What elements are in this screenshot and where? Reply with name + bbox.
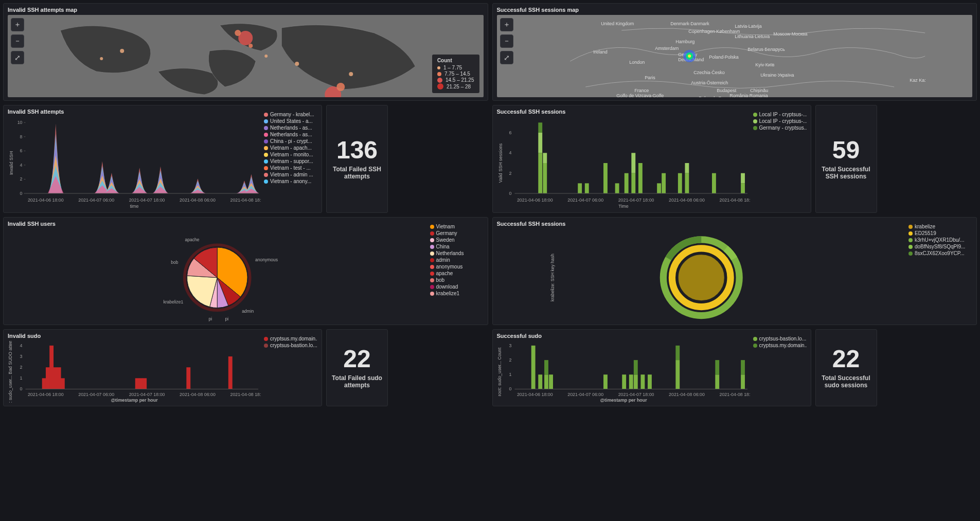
svg-text:0: 0 (509, 191, 511, 196)
svg-text:1: 1 (20, 375, 23, 381)
svg-rect-90 (741, 173, 745, 184)
svg-text:2021-04-08 06:00: 2021-04-08 06:00 (669, 392, 705, 397)
svg-text:Belarus·Беларусь: Belarus·Беларусь (747, 47, 785, 52)
map-canvas[interactable]: ＋ － ⤢ Count 1 – 7.75 7.75 – 14.5 14.5 – … (8, 15, 484, 97)
svg-text:Lithuania·Lietuva: Lithuania·Lietuva (735, 34, 770, 39)
legend-item[interactable]: Local IP - cryptsus-... (753, 112, 807, 117)
svg-text:4: 4 (509, 150, 511, 155)
svg-rect-124 (142, 378, 147, 389)
legend[interactable]: cryptsus.my.domain...cryptsus-bastion.lo… (261, 333, 317, 403)
legend-item[interactable]: Vietnam - suppor... (264, 158, 317, 164)
legend-item[interactable]: Vietnam - monito... (264, 152, 317, 157)
svg-text:2021-04-08 06:00: 2021-04-08 06:00 (669, 197, 705, 203)
legend-item[interactable]: cryptsus-bastion.lo... (264, 343, 317, 348)
zoom-out-button[interactable]: － (500, 34, 513, 48)
total-success-ssh-metric: 59 Total Successful SSH sessions (815, 105, 877, 213)
svg-text:0: 0 (20, 386, 23, 391)
svg-text:România·Romania: România·Romania (729, 93, 768, 97)
svg-text:2021-04-08 18:00: 2021-04-08 18:00 (719, 197, 750, 203)
legend-item[interactable]: Netherlands - as... (264, 132, 317, 137)
svg-rect-150 (648, 374, 652, 389)
map-canvas[interactable]: United Kingdom Ireland London France Ger… (497, 15, 973, 97)
svg-text:10: 10 (17, 120, 23, 125)
svg-rect-120 (57, 367, 61, 389)
legend-item[interactable]: cryptsus.my.domain... (264, 336, 317, 342)
svg-rect-147 (633, 374, 637, 389)
legend-item[interactable]: krabelize (908, 224, 972, 229)
svg-text:admin: admin (242, 309, 254, 314)
success-ssh-map-panel: Successful SSH sessions map United Kingd… (492, 3, 977, 101)
legend-item[interactable]: Vietnam - apach... (264, 145, 317, 151)
zoom-in-button[interactable]: ＋ (11, 18, 24, 31)
svg-rect-155 (741, 374, 745, 389)
svg-rect-142 (544, 360, 548, 374)
legend[interactable]: VietnamGermanySwedenChinaNetherlandsadmi… (427, 221, 484, 321)
legend-item[interactable]: China - pi - crypt... (264, 138, 317, 144)
svg-text:2: 2 (20, 365, 23, 370)
zoom-out-button[interactable]: － (11, 34, 24, 48)
metric-value: 136 (336, 138, 378, 163)
svg-rect-146 (629, 374, 633, 389)
svg-rect-141 (544, 374, 548, 389)
svg-text:2021-04-07 06:00: 2021-04-07 06:00 (567, 392, 603, 397)
invalid-ssh-users-pie: Invalid SSH users anonymousadminpipikrab… (3, 217, 488, 325)
svg-rect-86 (685, 173, 689, 193)
svg-text:Golfo de Vizcaya·Golfe: Golfo de Vizcaya·Golfe (616, 93, 664, 97)
svg-text:2021-04-07 18:00: 2021-04-07 18:00 (129, 197, 165, 203)
legend-item[interactable]: ED25519 (908, 230, 972, 236)
svg-point-4 (336, 83, 345, 91)
svg-text:2021-04-07 06:00: 2021-04-07 06:00 (78, 392, 114, 397)
svg-text:Latvia·Latvija: Latvia·Latvija (735, 24, 762, 29)
legend[interactable]: krabelizeED25519k3rhU+vjQXR1Dbu/...doBfN… (905, 221, 972, 321)
legend-item[interactable]: Vietnam - admin ... (264, 172, 317, 177)
svg-text:2021-04-08 06:00: 2021-04-08 06:00 (180, 197, 216, 203)
svg-rect-77 (603, 163, 608, 193)
svg-rect-83 (657, 183, 661, 193)
legend-item[interactable]: Netherlands - as... (264, 125, 317, 131)
svg-text:Time: Time (618, 204, 628, 209)
svg-rect-122 (135, 378, 139, 389)
legend-item[interactable]: 8sxCJX62Xoo9YCP... (908, 250, 972, 256)
legend[interactable]: Local IP - cryptsus-...Local IP - crypts… (750, 109, 807, 209)
legend[interactable]: cryptsus-bastion.lo...cryptsus.my.domain… (750, 333, 807, 403)
metric-label: Total Failed SSH attempts (331, 166, 383, 180)
svg-rect-89 (741, 183, 745, 193)
legend-item[interactable]: Germany - cryptsus... (753, 125, 807, 131)
svg-point-1 (235, 30, 241, 36)
svg-text:4: 4 (20, 163, 23, 168)
svg-rect-72 (538, 122, 542, 133)
svg-point-8 (100, 57, 103, 60)
svg-point-38 (688, 55, 691, 58)
legend-item[interactable]: doBfNsySf8/SQqPl9... (908, 244, 972, 249)
svg-text:2021-04-07 06:00: 2021-04-07 06:00 (567, 197, 603, 203)
legend-item[interactable]: United States - a... (264, 118, 317, 124)
panel-title: Invalid SSH attempts map (8, 7, 484, 13)
legend-item[interactable]: Vietnam - test - ... (264, 165, 317, 171)
svg-text:pi: pi (225, 316, 229, 321)
svg-rect-81 (631, 153, 635, 173)
legend[interactable]: Germany - krabel...United States - a...N… (261, 109, 317, 209)
total-failed-sudo-metric: 22 Total Failed sudo attempts (326, 329, 388, 406)
svg-rect-70 (538, 153, 542, 193)
svg-text:6: 6 (509, 130, 511, 135)
legend-item[interactable]: Vietnam - anony... (264, 178, 317, 184)
legend-item[interactable]: Local IP - cryptsus-... (753, 118, 807, 124)
legend-item[interactable]: cryptsus-bastion.lo... (753, 336, 807, 342)
fit-bounds-button[interactable]: ⤢ (500, 51, 513, 64)
svg-rect-87 (685, 163, 689, 173)
svg-text:Denmark·Danmark: Denmark·Danmark (670, 21, 709, 26)
svg-text:3: 3 (20, 354, 23, 359)
svg-text:Poland·Polska: Poland·Polska (709, 55, 739, 60)
svg-text:2021-04-08 18:00: 2021-04-08 18:00 (230, 197, 261, 203)
zoom-in-button[interactable]: ＋ (500, 18, 513, 31)
svg-text:2021-04-06 18:00: 2021-04-06 18:00 (28, 392, 64, 397)
legend-item[interactable]: cryptsus.my.domain... (753, 343, 807, 348)
svg-text:anonymous: anonymous (255, 257, 278, 262)
fit-bounds-button[interactable]: ⤢ (11, 51, 24, 64)
legend-item[interactable]: k3rhU+vjQXR1Dbu/... (908, 237, 972, 243)
svg-text:2: 2 (509, 357, 511, 363)
metric-label: Total Successful SSH sessions (820, 166, 872, 180)
svg-rect-73 (543, 163, 547, 193)
legend-item[interactable]: Germany - krabel... (264, 112, 317, 117)
svg-rect-152 (675, 346, 680, 360)
